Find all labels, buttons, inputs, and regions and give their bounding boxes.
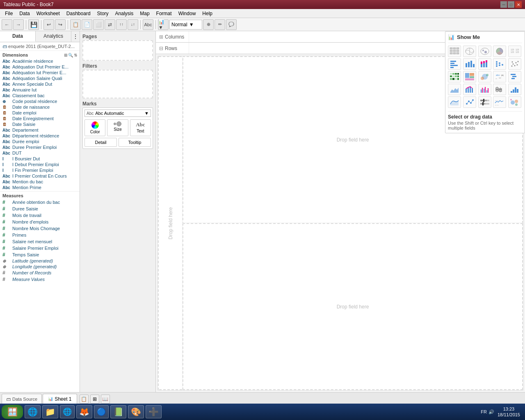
dimension-item[interactable]: 🗓Date de naissance: [0, 104, 80, 110]
chart-density[interactable]: [448, 96, 461, 108]
chart-map-1[interactable]: [463, 46, 476, 57]
sheet1-tab[interactable]: 📊 Sheet 1: [43, 394, 77, 404]
chart-connected-scatter[interactable]: [463, 96, 476, 108]
dimension-item[interactable]: AbcAdéquation lut Premier E...: [0, 70, 80, 75]
measure-item[interactable]: #Primes: [0, 232, 80, 238]
mark-detail-btn[interactable]: Detail: [84, 138, 117, 147]
taskbar-app-ie[interactable]: 🌐: [25, 405, 41, 418]
dimension-item[interactable]: AbcDUT: [0, 150, 80, 156]
toolbar-tooltip-btn[interactable]: 💬: [226, 19, 237, 30]
menu-window[interactable]: Window: [175, 10, 199, 17]
measure-item[interactable]: #Salaire Premier Emploi: [0, 245, 80, 251]
toolbar-redo-button[interactable]: ↪: [55, 19, 66, 30]
measure-item[interactable]: #Temps Saisie: [0, 251, 80, 258]
dimension-item[interactable]: 🗓Date Saisie: [0, 121, 80, 127]
dimension-item[interactable]: AbcDépartement résidence: [0, 133, 80, 139]
measure-item[interactable]: #Salaire net mensuel: [0, 238, 80, 245]
toolbar-new-sheet[interactable]: 📋: [70, 19, 81, 30]
filters-drop-zone[interactable]: [82, 70, 153, 98]
measure-item[interactable]: #Nombre Mois Chomage: [0, 225, 80, 232]
dimension-item[interactable]: II Debut Premier Emploi: [0, 162, 80, 167]
measure-item[interactable]: ⊕Longitude (generated): [0, 264, 80, 269]
pages-drop-zone[interactable]: [82, 40, 153, 61]
dimension-item[interactable]: II Boursier Dut: [0, 156, 80, 162]
chart-horiz-bar[interactable]: [448, 58, 461, 70]
view-bottom-drop-zone[interactable]: Drop field here: [183, 223, 523, 390]
chart-stacked-bar[interactable]: [478, 58, 491, 70]
dim-grid-icon[interactable]: ⊞: [64, 53, 67, 57]
menu-story[interactable]: Story: [94, 10, 112, 17]
dimension-item[interactable]: AbcClassement bac: [0, 93, 80, 98]
dim-sort-icon[interactable]: ⇅: [74, 53, 77, 57]
marks-type-dropdown[interactable]: Abc Abc Automatic ▼: [84, 110, 151, 117]
toolbar-sort-desc[interactable]: ↓↑: [128, 19, 138, 30]
menu-analysis[interactable]: Analysis: [112, 10, 137, 17]
mark-size-btn[interactable]: Size: [107, 119, 128, 136]
chart-numbers[interactable]: 123123123123: [508, 46, 521, 57]
toolbar-chart-type[interactable]: 📊▼: [158, 19, 169, 30]
chart-dot-plot[interactable]: [493, 58, 506, 70]
chart-bubble[interactable]: [478, 71, 491, 82]
menu-help[interactable]: Help: [199, 10, 216, 17]
mark-color-btn[interactable]: Color: [84, 119, 105, 136]
dimension-item[interactable]: AbcMention Prime: [0, 185, 80, 190]
chart-gantt[interactable]: [508, 71, 521, 82]
measure-item[interactable]: #Measure Values: [0, 276, 80, 283]
taskbar-app-paint[interactable]: 🎨: [128, 405, 144, 418]
chart-scatter[interactable]: [508, 58, 521, 70]
new-sheet-icon[interactable]: 📋: [80, 395, 89, 404]
mark-text-btn[interactable]: Abc Text: [130, 119, 151, 136]
chart-sparkline[interactable]: ─ ── ─: [493, 96, 506, 108]
menu-data[interactable]: Data: [16, 10, 33, 17]
dimension-item[interactable]: AbcI Premier Contrat En Cours: [0, 173, 80, 179]
toolbar-duplicate-sheet[interactable]: 📄: [82, 19, 92, 30]
maximize-button[interactable]: □: [508, 1, 514, 8]
taskbar-app-explorer[interactable]: 📁: [42, 405, 58, 418]
close-button[interactable]: ✕: [515, 1, 522, 8]
dimension-item[interactable]: AbcAnnuaire Iut: [0, 87, 80, 93]
chart-area[interactable]: [448, 84, 461, 95]
dimension-item[interactable]: ⊕Code postal résidence: [0, 98, 80, 104]
taskbar-app-chrome[interactable]: 🌐: [60, 405, 75, 418]
chart-treemap[interactable]: [463, 71, 476, 82]
chart-packed-bubble[interactable]: [508, 96, 521, 108]
toolbar-normal-dropdown[interactable]: Normal ▼: [169, 20, 202, 30]
datasource-item[interactable]: 🗃 enquete 2011 (Enquete_DUT-2...: [0, 42, 80, 51]
toolbar-forward-button[interactable]: →: [13, 19, 24, 30]
toolbar-undo-button[interactable]: ↩: [43, 19, 54, 30]
chart-bullet[interactable]: [478, 96, 491, 108]
dimension-item[interactable]: AbcAdéquation Dut Premier E...: [0, 64, 80, 70]
dimension-item[interactable]: AbcAnnee Speciale Dut: [0, 81, 80, 87]
taskbar-app-firefox[interactable]: 🦊: [76, 405, 92, 418]
menu-format[interactable]: Format: [153, 10, 175, 17]
measure-item[interactable]: #Nombre d'emplois: [0, 219, 80, 225]
analytics-tab[interactable]: Analytics: [36, 31, 71, 42]
toolbar-fix-btn[interactable]: ✏: [215, 19, 225, 30]
dimension-item[interactable]: AbcAdéquation Salaire Quali: [0, 75, 80, 81]
taskbar-app-other[interactable]: ➕: [146, 405, 162, 418]
chart-map-2[interactable]: [478, 46, 491, 57]
menu-worksheet[interactable]: Worksheet: [33, 10, 63, 17]
dimension-item[interactable]: 🗓Date Enregistrement: [0, 116, 80, 121]
toolbar-fit-btn[interactable]: ⊕: [203, 19, 214, 30]
measure-item[interactable]: #Mois de travail: [0, 212, 80, 219]
taskbar-app-excel[interactable]: 📗: [110, 405, 126, 418]
menu-dashboard[interactable]: Dashboard: [63, 10, 94, 17]
dim-search-icon[interactable]: 🔍: [68, 53, 73, 57]
toolbar-label-btn[interactable]: Abc: [143, 19, 153, 30]
dimension-item[interactable]: AbcDuree Premier Emploi: [0, 144, 80, 150]
volume-icon[interactable]: 🔊: [488, 409, 494, 415]
mark-tooltip-btn[interactable]: Tooltip: [119, 138, 151, 147]
dimension-item[interactable]: AbcDepartement: [0, 127, 80, 133]
measure-item[interactable]: #Année obtention du bac: [0, 199, 80, 205]
measure-item[interactable]: #Number of Records: [0, 269, 80, 276]
toolbar-clear-sheet[interactable]: ⬜: [93, 19, 104, 30]
chart-pie[interactable]: [493, 46, 506, 57]
minimize-button[interactable]: ─: [500, 1, 507, 8]
menu-file[interactable]: File: [2, 10, 16, 17]
toolbar-swap-axes[interactable]: ⇄: [105, 19, 115, 30]
chart-word-cloud[interactable]: abcxyzmnpq: [493, 71, 506, 82]
menu-map[interactable]: Map: [137, 10, 153, 17]
chart-heatmap[interactable]: [448, 71, 461, 82]
dimension-item[interactable]: AbcMention du bac: [0, 179, 80, 185]
